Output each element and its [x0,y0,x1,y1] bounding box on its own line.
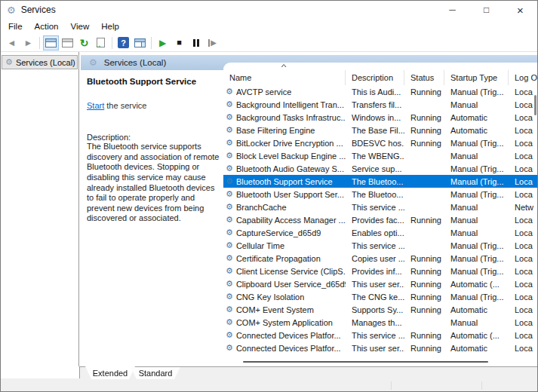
show-console-tree-button[interactable] [43,35,59,51]
column-header-status[interactable]: Status [404,70,444,85]
service-gear-icon: ⚙ [226,228,233,237]
service-startup-type-cell: Manual [444,152,509,161]
service-logon-cell: Loca [509,87,537,96]
service-gear-icon: ⚙ [226,331,233,339]
service-startup-type-cell: Manual (Trig... [444,254,509,263]
pause-service-icon [193,39,199,47]
service-row[interactable]: ⚙Background Tasks Infrastruc... Windows … [223,111,537,124]
tab-standard[interactable]: Standard [131,367,180,379]
service-gear-icon: ⚙ [226,152,233,160]
service-startup-type-cell: Manual (Trig... [444,190,509,199]
tree-item-services-local[interactable]: ⚙ Services (Local) [2,55,78,69]
service-row[interactable]: ⚙Cellular Time This service ... Manual (… [223,239,537,252]
action-pane-icon [134,38,146,47]
forward-button[interactable]: ► [20,35,36,51]
restart-service-button[interactable]: ▶ [204,35,220,51]
service-logon-cell: Loca [509,292,537,302]
service-status-cell: Running [404,216,444,225]
service-action-line: Start the service [87,101,217,110]
menubar: File Action View Help [1,19,537,34]
close-button[interactable]: × [503,1,537,19]
back-button[interactable]: ◄ [4,35,20,51]
service-startup-type-cell: Manual [444,100,509,109]
service-gear-icon: ⚙ [226,280,233,288]
tree-item-label: Services (Local) [16,58,75,67]
service-row[interactable]: ⚙BranchCache This service ... Manual Net… [223,201,537,213]
service-row[interactable]: ⚙Background Intelligent Tran... Transfer… [223,98,537,111]
service-logon-cell: Loca [509,139,537,148]
service-row[interactable]: ⚙CaptureService_d65d9 Enables opti... Ma… [223,226,537,239]
service-description-cell: The Bluetoo... [346,190,404,199]
service-description-cell: Enables opti... [346,228,404,237]
extended-detail-panel: Bluetooth Support Service Start the serv… [81,70,223,224]
stop-service-button[interactable]: ■ [171,35,187,51]
service-logon-cell: Loca [509,113,537,122]
view-tabstrip: Extended Standard [1,366,537,379]
service-logon-cell: Loca [509,267,537,276]
service-startup-type-cell: Manual (Trig... [444,241,509,250]
service-name: CNG Key Isolation [236,292,304,302]
service-description-cell: The CNG ke... [346,292,404,302]
service-row[interactable]: ⚙COM+ System Application Manages th... M… [223,316,537,329]
export-list-button[interactable] [93,35,109,51]
horizontal-scrollbar[interactable] [243,361,488,363]
service-startup-type-cell: Manual (Trig... [444,139,509,148]
column-header-name[interactable]: Name [223,70,346,85]
service-status-cell: Running [404,267,444,276]
service-row[interactable]: ⚙Bluetooth Support Service The Bluetoo..… [223,175,537,188]
service-row[interactable]: ⚙Block Level Backup Engine ... The WBENG… [223,149,537,162]
service-name: Capability Access Manager ... [236,216,346,225]
refresh-button[interactable]: ↻ [76,35,92,51]
service-name: Bluetooth Support Service [236,177,333,186]
column-header-startup-type[interactable]: Startup Type [444,70,509,85]
service-row[interactable]: ⚙CNG Key Isolation The CNG ke... Running… [223,290,537,303]
service-row[interactable]: ⚙BitLocker Drive Encryption ... BDESVC h… [223,136,537,149]
service-gear-icon: ⚙ [226,254,233,262]
maximize-button[interactable]: □ [469,1,503,19]
show-action-pane-button[interactable] [132,35,148,51]
service-logon-cell: Netw [509,203,537,212]
help-button[interactable]: ? [115,35,131,51]
service-gear-icon: ⚙ [226,113,233,121]
service-row[interactable]: ⚙Client License Service (ClipS... Provid… [223,265,537,277]
service-gear-icon: ⚙ [226,164,233,173]
menu-action[interactable]: Action [29,20,65,32]
services-app-icon: ⚙ [7,5,16,15]
service-name: Connected Devices Platfor... [236,344,341,353]
service-row[interactable]: ⚙AVCTP service This is Audi... Running M… [223,85,537,98]
service-description-cell: The Base Fil... [346,126,404,135]
properties-button[interactable] [60,35,75,51]
service-row[interactable]: ⚙Connected Devices Platfor... This servi… [223,329,537,341]
service-row[interactable]: ⚙Capability Access Manager ... Provides … [223,213,537,226]
service-row[interactable]: ⚙Bluetooth User Support Ser... The Bluet… [223,188,537,201]
column-header-description[interactable]: Description [346,70,404,85]
description-label: Description: [87,133,217,142]
column-header-log-on-as[interactable]: Log On As [509,70,537,85]
tab-extended[interactable]: Extended [85,366,135,379]
start-service-link[interactable]: Start [87,101,104,110]
start-service-button[interactable]: ▶ [155,35,171,51]
menu-file[interactable]: File [2,20,29,32]
statusbar-divider [391,381,392,390]
toolbar-separator [39,37,40,49]
service-row[interactable]: ⚙Bluetooth Audio Gateway S... Service su… [223,162,537,175]
service-row[interactable]: ⚙COM+ Event System Supports Sy... Runnin… [223,303,537,316]
vertical-scrollbar[interactable] [534,95,536,115]
service-name: CaptureService_d65d9 [236,228,321,237]
services-node-icon: ⚙ [5,58,13,66]
pause-service-button[interactable] [188,35,204,51]
menu-help[interactable]: Help [95,20,125,32]
pane-header-title: Services (Local) [104,58,166,67]
service-row[interactable]: ⚙Base Filtering Engine The Base Fil... R… [223,124,537,136]
service-gear-icon: ⚙ [226,292,233,301]
service-row[interactable]: ⚙Connected Devices Platfor... This user … [223,341,537,354]
service-description-cell: Service sup... [346,164,404,173]
service-row[interactable]: ⚙Clipboard User Service_d65d9 This user … [223,277,537,290]
service-name: Block Level Backup Engine ... [236,152,346,161]
refresh-icon: ↻ [80,38,89,48]
menu-view[interactable]: View [65,20,96,32]
service-row[interactable]: ⚙Certificate Propagation Copies user ...… [223,252,537,265]
service-logon-cell: Loca [509,344,537,353]
service-startup-type-cell: Automatic [444,305,509,314]
minimize-button[interactable]: ─ [435,1,469,19]
